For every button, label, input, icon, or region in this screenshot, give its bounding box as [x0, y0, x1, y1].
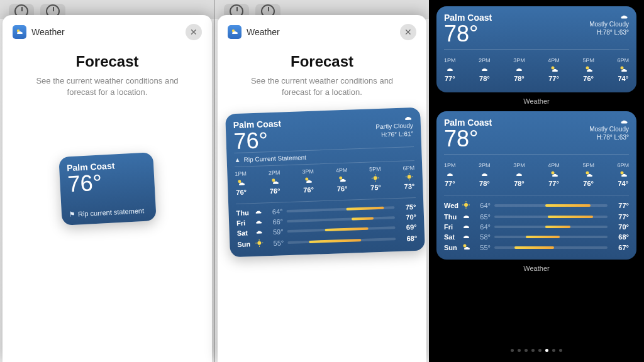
hour-column: 1PM76° [235, 171, 247, 197]
weather-widget-large[interactable]: Palm Coast 78° Mostly Cloudy H:78° L:63°… [436, 111, 636, 260]
weather-icon [404, 172, 413, 181]
hour-column: 3PM76° [302, 168, 314, 194]
hour-column: 1PM77° [444, 162, 456, 187]
weather-app-icon [13, 25, 26, 39]
sheet-title: Forecast [228, 53, 416, 70]
widget-config-sheet: Weather ✕ Forecast See the current weath… [218, 15, 426, 362]
daily-row: Sat58°68° [444, 232, 629, 242]
hour-column: 6PM74° [617, 57, 629, 82]
widget-temp: 78° [444, 128, 492, 150]
hour-column: 5PM75° [369, 166, 382, 192]
daily-forecast: Thu64°75°Fri66°70°Sat59°69°Sun55°68° [236, 202, 417, 251]
daily-row: Thu65°77° [444, 212, 629, 222]
sheet-subtitle: See the current weather conditions and f… [13, 75, 202, 98]
weather-icon [371, 173, 380, 182]
hour-column: 6PM74° [617, 162, 629, 187]
weather-icon [462, 243, 473, 252]
home-screen-panel: Palm Coast 78° Mostly Cloudy H:78° L:63°… [429, 0, 644, 362]
hourly-forecast: 1PM77°2PM78°3PM78°4PM77°5PM76°6PM74° [444, 53, 629, 86]
weather-icon [253, 209, 265, 217]
weather-icon [550, 170, 558, 178]
widget-condition: Mostly Cloudy H:78° L:63° [589, 118, 629, 141]
weather-icon [255, 239, 267, 250]
hour-column: 5PM76° [582, 57, 594, 82]
hourly-forecast: 1PM76°2PM76°3PM76°4PM76°5PM75°6PM73° [235, 161, 416, 200]
weather-icon [254, 219, 265, 227]
weather-icon [514, 65, 523, 74]
weather-icon [337, 175, 346, 184]
widget-caption: Weather [436, 265, 636, 272]
page-indicator[interactable] [436, 349, 636, 356]
weather-icon [462, 200, 473, 211]
widget-condition: Mostly Cloudy H:78° L:63° [589, 13, 629, 36]
app-header: Weather [228, 25, 280, 39]
weather-widget-medium[interactable]: Palm Coast 78° Mostly Cloudy H:78° L:63°… [436, 6, 636, 92]
hour-column: 2PM76° [269, 170, 281, 195]
weather-icon [619, 170, 628, 178]
app-header: Weather [13, 25, 65, 39]
close-button[interactable]: ✕ [400, 24, 416, 40]
weather-app-icon [228, 25, 242, 39]
svg-point-24 [551, 172, 554, 175]
widget-config-sheet: Weather ✕ Forecast See the current weath… [3, 15, 212, 362]
hour-column: 4PM77° [548, 162, 560, 187]
weather-icon [462, 223, 473, 231]
svg-point-16 [257, 241, 261, 245]
svg-point-32 [464, 244, 467, 248]
weather-icon [619, 65, 628, 74]
svg-point-22 [586, 67, 589, 70]
weather-icon [462, 213, 473, 221]
weather-widget-large[interactable]: Palm Coast 76° Partly Cloudy H:76° L:61°… [225, 107, 425, 258]
hour-column: 3PM78° [513, 162, 525, 187]
hour-column: 6PM73° [403, 165, 416, 190]
app-name: Weather [247, 27, 280, 37]
weather-icon [480, 170, 489, 178]
weather-icon [445, 65, 454, 74]
hour-column: 4PM76° [336, 167, 348, 193]
daily-row: Wed64°77° [444, 199, 629, 212]
svg-point-6 [374, 176, 377, 180]
svg-point-21 [551, 67, 554, 70]
hour-column: 1PM77° [444, 57, 456, 82]
weather-icon [514, 170, 523, 178]
daily-row: Fri64°70° [444, 222, 629, 232]
hour-column: 3PM78° [513, 57, 525, 82]
weather-icon [236, 178, 245, 187]
weather-icon [550, 65, 558, 74]
weather-widget-small[interactable]: Palm Coast 76° ⚑ Rip current statement [58, 153, 156, 226]
hour-column: 2PM78° [479, 57, 491, 82]
daily-forecast: Wed64°77°Thu65°77°Fri64°70°Sat58°68°Sun5… [444, 199, 629, 253]
app-name: Weather [31, 27, 65, 37]
svg-point-23 [620, 67, 623, 70]
weather-icon [480, 65, 489, 74]
widget-picker-panel-medium: Weather ✕ Forecast See the current weath… [214, 0, 429, 362]
widget-temp: 76° [67, 169, 147, 196]
weather-icon [304, 176, 313, 185]
alert-text: Rip current statement [77, 207, 144, 217]
sheet-subtitle: See the current weather conditions and f… [228, 75, 416, 98]
sheet-title: Forecast [13, 53, 202, 70]
widget-caption: Weather [436, 97, 636, 105]
weather-icon [445, 170, 454, 178]
svg-point-25 [586, 172, 589, 175]
widget-picker-panel-small: Weather ✕ Forecast See the current weath… [0, 0, 214, 362]
flag-icon: ⚑ [69, 211, 75, 219]
hour-column: 2PM78° [479, 162, 491, 187]
warning-icon: ▲ [234, 156, 240, 163]
widget-alert: ⚑ Rip current statement [69, 207, 148, 219]
svg-point-11 [407, 175, 411, 179]
close-button[interactable]: ✕ [186, 24, 202, 40]
widget-condition: Partly Cloudy H:76° L:61° [375, 114, 414, 139]
weather-icon [270, 177, 279, 186]
hour-column: 4PM77° [548, 57, 560, 82]
hourly-forecast: 1PM77°2PM78°3PM78°4PM77°5PM76°6PM74° [444, 158, 629, 191]
daily-row: Sun55°67° [444, 242, 629, 253]
hour-column: 5PM76° [582, 162, 594, 187]
weather-icon [584, 170, 593, 178]
svg-point-26 [620, 172, 623, 175]
widget-temp: 76° [233, 129, 282, 153]
widget-temp: 78° [444, 23, 492, 45]
weather-icon [255, 229, 266, 237]
weather-icon [584, 65, 593, 74]
svg-point-27 [464, 203, 468, 207]
